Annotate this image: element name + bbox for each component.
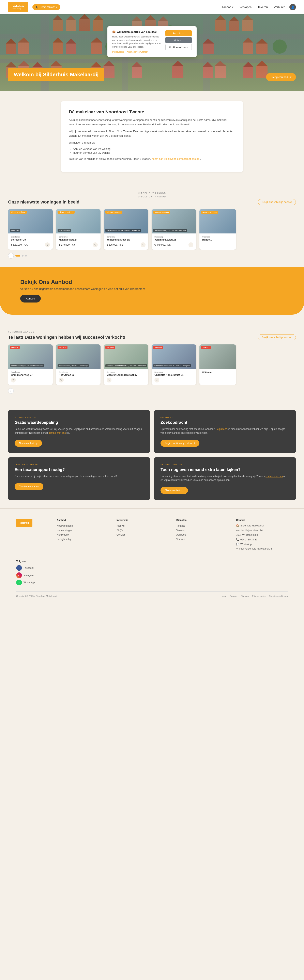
logo[interactable]: silderhuis makelaardij: [8, 2, 28, 12]
direct-contact-button[interactable]: 📞 Direct contact ▾: [32, 4, 60, 10]
footer-link-item: Taxaties: [176, 524, 228, 527]
favorite-button[interactable]: ♡: [11, 378, 16, 382]
cookie-accept-button[interactable]: Accepteren: [165, 30, 192, 36]
nav-item-taxeren[interactable]: Taxeren: [258, 5, 268, 9]
favorite-button[interactable]: ♡: [59, 378, 64, 382]
sold-card: Verkocht Wilhelm...: [199, 344, 236, 385]
nav-dot[interactable]: [22, 255, 24, 256]
info-card-waardebepaling: WONINGWAARDE? Gratis waardebepaling Beni…: [8, 410, 150, 453]
info-card-button[interactable]: Taxatie aanvragen: [14, 483, 43, 490]
sold-cards-next-button[interactable]: ›: [8, 388, 14, 394]
social-instagram[interactable]: ⊙ Instagram: [16, 573, 288, 578]
footer-bottom-link[interactable]: Privacy policy: [252, 595, 266, 597]
card-body: Denekamp Brandlicherweg 77 ♡: [8, 369, 53, 385]
cookie-icon: 🍪: [112, 30, 115, 33]
intro-list: Aan- en verkoop van uw woning Huur en ve…: [73, 147, 235, 154]
nav-item-aanbod[interactable]: Aanbod ▾: [221, 5, 234, 9]
nav-links: Aanbod ▾ Verkopen Taxeren Verhuren: [221, 5, 285, 9]
favorite-button[interactable]: ♡: [141, 242, 146, 247]
info-card-button[interactable]: Neem contact op: [160, 487, 188, 494]
card-badge: Verkocht: [201, 346, 211, 349]
yellow-cta-text: Verken nu ons uitgebreide assortiment aa…: [20, 287, 284, 291]
nav-dot[interactable]: [15, 255, 20, 256]
yellow-cta-title: Bekijk Ons Aanbod: [20, 279, 284, 285]
user-menu-button[interactable]: 👤: [290, 4, 296, 10]
hero-cta-button[interactable]: Breng een bod uit: [266, 73, 296, 81]
cookie-settings-button[interactable]: Cookie-instellingen: [165, 44, 192, 50]
card-body: Denekamp Wilhelminastraat 8A € 375.000,-…: [104, 234, 148, 250]
card-address-small: Brandlicherweg 77, 7591ND Denekamp: [10, 364, 45, 367]
favorite-button[interactable]: ♡: [93, 242, 98, 247]
favorite-button[interactable]: ♡: [45, 242, 50, 247]
nav-dot[interactable]: [25, 255, 27, 256]
footer-social-title: Volg ons: [16, 560, 288, 563]
terms-link[interactable]: Algemene voorwaarden: [126, 51, 148, 53]
property-card: Nieuw te verkoop Oldenzaal Hengel...: [199, 209, 236, 250]
footer-logo[interactable]: silderhuis: [16, 519, 32, 527]
nav-item-verkopen[interactable]: Verkopen: [240, 5, 251, 9]
building-icon: 🏠: [236, 524, 239, 527]
nav-item-verhuren[interactable]: Verhuren: [274, 5, 285, 9]
card-image: Nieuw te verkoop Wilhelminastraat 8A, 75…: [104, 209, 148, 234]
card-image: Verkocht Brandlicherweg 77, 7591ND Denek…: [8, 344, 53, 369]
card-address-small: Meester Lazonderstraat 37, 7591VW Deneka…: [106, 364, 147, 367]
footer-bottom-link[interactable]: Cookie-instellingen: [269, 595, 288, 597]
sold-card: Verkocht Het Otman 33, 7591WD Denekamp D…: [56, 344, 101, 385]
intro-p2: Wij zijn voornamelijk werkzaam in Noord …: [69, 129, 235, 138]
info-card-title: Een taxatierapport nodig?: [14, 467, 144, 472]
footer-link-item: Aankoop: [176, 533, 228, 536]
footer-logo-col: silderhuis: [16, 519, 49, 552]
footer-grid: silderhuis Aanbod Koopwoningen Huurwonin…: [16, 519, 288, 552]
info-card-link[interactable]: Registreer: [216, 428, 227, 431]
card-address-small: € 24.737SMB: [58, 229, 71, 232]
property-card: Nieuw te verkoop €179LRH Denekamp de Ple…: [8, 209, 53, 250]
footer-aanbod-list: Koopwoningen Huurwoningen Nieuwbouw Bedr…: [57, 524, 109, 541]
cards-prev-button[interactable]: ‹: [8, 253, 14, 259]
footer-link-item: Verkoop: [176, 528, 228, 532]
card-name: Malandstraat 24: [59, 238, 98, 241]
info-card-button[interactable]: Neem contact op: [14, 440, 42, 447]
card-price-row: € 375.000,- k.k. ♡: [107, 242, 146, 247]
footer-bottom: Copyright © 2025 - Silderhuis Makelaardi…: [16, 592, 288, 597]
favorite-button[interactable]: ♡: [154, 378, 159, 382]
whatsapp-icon: 💬: [236, 542, 239, 546]
yellow-cta-button[interactable]: Aanbod: [20, 294, 41, 302]
footer-social: Volg ons f Facebook ⊙ Instagram ✓ WhatsA…: [16, 560, 288, 585]
info-card-text: Uw woning staat momenteel in de verkoop …: [160, 474, 290, 482]
privacy-link[interactable]: Privacybeleid: [112, 51, 124, 53]
footer-col-title: Contact: [236, 519, 288, 522]
social-facebook[interactable]: f Facebook: [16, 565, 288, 571]
intro-contact-link[interactable]: neem dan vrijblijvend contact met ons op: [152, 158, 199, 161]
card-price-row: € 629.000,- k.k. ♡: [11, 242, 50, 247]
phone-icon: 📞: [236, 538, 239, 541]
info-card-button[interactable]: Begin uw Woning zoektocht: [160, 440, 199, 447]
card-badge: Nieuw te verkoop: [153, 211, 170, 214]
footer-bottom-link[interactable]: Contact: [230, 595, 238, 597]
logo-area: silderhuis makelaardij: [8, 2, 28, 12]
featured-view-all-button[interactable]: Bekijk ons volledige aanbod: [258, 199, 296, 205]
intro-extra: Taxeren van je huidige of nieuw aangekoc…: [69, 157, 235, 161]
card-city: Oldenzaal: [202, 236, 233, 238]
featured-section-label: UITGELICHT AANBOD: [8, 196, 296, 198]
footer-col-informatie: Informatie Nieuws FAQ's Contact: [117, 519, 168, 552]
chevron-down-icon: ▾: [56, 6, 57, 8]
card-city: Denekamp: [154, 371, 194, 373]
favorite-button[interactable]: ♡: [189, 242, 194, 247]
info-card-link[interactable]: contact met ons: [48, 431, 66, 434]
card-badge: Verkocht: [106, 346, 115, 349]
footer-bottom-link[interactable]: Sitemap: [240, 595, 249, 597]
social-whatsapp[interactable]: ✓ WhatsApp: [16, 580, 288, 585]
info-card-title: Gratis waardebepaling: [14, 420, 144, 425]
property-card: Nieuw te verkoop Johanninksweg 26, 7591V…: [152, 209, 196, 250]
intro-p1: Als u op zoek bent naar een woning, of u…: [69, 118, 235, 127]
card-name: Het Otman 33: [59, 374, 98, 376]
facebook-icon: f: [16, 565, 22, 571]
sold-card: Verkocht Meester Lazonderstraat 37, 7591…: [104, 344, 148, 385]
footer-bottom-link[interactable]: Home: [221, 595, 226, 597]
sold-cards-navigation: ›: [8, 388, 296, 394]
info-card-link[interactable]: contact met ons: [266, 475, 283, 478]
sold-view-all-button[interactable]: Bekijk ons volledige aanbod: [258, 334, 296, 340]
cookie-refuse-button[interactable]: Weigeren: [165, 37, 192, 43]
favorite-button[interactable]: ♡: [107, 378, 112, 382]
card-address-small: Wilhelminastraat 8A, 7591TN Denekamp: [106, 229, 141, 232]
